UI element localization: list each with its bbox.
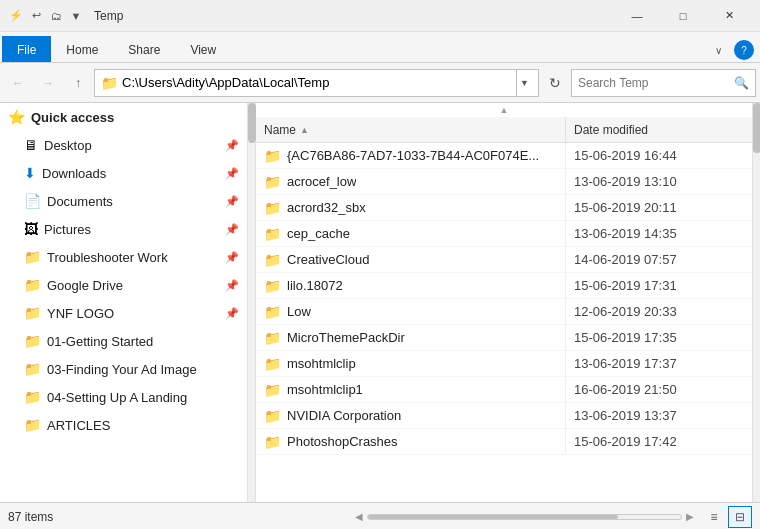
folder-icon: 📁 [264,330,281,346]
folder-icon: 📁 [264,148,281,164]
table-row[interactable]: 📁 NVIDIA Corporation 13-06-2019 13:37 [256,403,752,429]
file-cell-date: 12-06-2019 20:33 [566,304,752,319]
file-list-scrollbar-thumb[interactable] [753,103,760,153]
sort-up-arrow: ▲ [500,105,509,115]
sidebar-quick-access[interactable]: ⭐ Quick access [0,103,247,131]
horizontal-scrollbar-thumb[interactable] [368,515,618,519]
file-cell-date: 13-06-2019 13:37 [566,408,752,423]
folder-icon: 📁 [264,278,281,294]
table-row[interactable]: 📁 Low 12-06-2019 20:33 [256,299,752,325]
sidebar-googledrive-pin: 📌 [225,279,239,292]
scroll-right-icon[interactable]: ▶ [686,511,694,522]
column-date-label: Date modified [574,123,648,137]
sidebar-desktop-pin: 📌 [225,139,239,152]
folder-icon: 📁 [264,382,281,398]
file-cell-date: 13-06-2019 13:10 [566,174,752,189]
file-list-header: Name ▲ Date modified [256,117,752,143]
findingad-icon: 📁 [24,361,41,377]
file-cell-name: 📁 NVIDIA Corporation [256,403,566,428]
sidebar-item-googledrive[interactable]: 📁 Google Drive 📌 [0,271,247,299]
sidebar-pictures-pin: 📌 [225,223,239,236]
file-name: CreativeCloud [287,252,369,267]
search-icon[interactable]: 🔍 [734,76,749,90]
address-folder-icon: 📁 [101,75,118,91]
sidebar-item-articles[interactable]: 📁 ARTICLES [0,411,247,439]
list-view-button[interactable]: ≡ [702,506,726,528]
undo-icon[interactable]: ↩ [28,8,44,24]
sort-up-indicator: ▲ [256,103,752,117]
forward-button[interactable]: → [34,69,62,97]
tab-share[interactable]: Share [113,36,175,62]
table-row[interactable]: 📁 msohtmlclip 13-06-2019 17:37 [256,351,752,377]
tab-view[interactable]: View [175,36,231,62]
sidebar-gettingstarted-label: 01-Getting Started [47,334,239,349]
file-name: Low [287,304,311,319]
sidebar-item-documents[interactable]: 📄 Documents 📌 [0,187,247,215]
sidebar-item-findingad[interactable]: 📁 03-Finding Your Ad Image [0,355,247,383]
sidebar-settinguplanding-label: 04-Setting Up A Landing [47,390,239,405]
dropdown-arrow-icon[interactable]: ▼ [68,8,84,24]
horizontal-scrollbar[interactable] [367,514,682,520]
sidebar-scrollbar-thumb[interactable] [248,103,256,143]
sidebar-item-desktop[interactable]: 🖥 Desktop 📌 [0,131,247,159]
ribbon-tabs: File Home Share View ∨ ? [0,32,760,62]
column-name-label: Name [264,123,296,137]
file-cell-date: 15-06-2019 17:31 [566,278,752,293]
address-path[interactable]: 📁 C:\Users\Adity\AppData\Local\Temp ▼ [94,69,539,97]
maximize-button[interactable]: □ [660,0,706,32]
file-list-scrollbar[interactable] [752,103,760,502]
table-row[interactable]: 📁 msohtmlclip1 16-06-2019 21:50 [256,377,752,403]
pictures-icon: 🖼 [24,221,38,237]
search-box[interactable]: 🔍 [571,69,756,97]
search-input[interactable] [578,76,730,90]
sidebar-troubleshooter-label: Troubleshooter Work [47,250,219,265]
folder-icon: 📁 [264,252,281,268]
file-name: {AC76BA86-7AD7-1033-7B44-AC0F074E... [287,148,539,163]
address-dropdown[interactable]: ▼ [516,69,532,97]
table-row[interactable]: 📁 cep_cache 13-06-2019 14:35 [256,221,752,247]
sidebar-item-gettingstarted[interactable]: 📁 01-Getting Started [0,327,247,355]
column-name[interactable]: Name ▲ [256,117,566,142]
file-name: cep_cache [287,226,350,241]
sidebar-downloads-label: Downloads [42,166,219,181]
sidebar-item-downloads[interactable]: ⬇ Downloads 📌 [0,159,247,187]
back-button[interactable]: ← [4,69,32,97]
close-button[interactable]: ✕ [706,0,752,32]
ribbon-expand-btn[interactable]: ∨ [706,38,730,62]
desktop-icon: 🖥 [24,137,38,153]
folder-icon: 📁 [264,226,281,242]
up-button[interactable]: ↑ [64,69,92,97]
sidebar-item-ynflogo[interactable]: 📁 YNF LOGO 📌 [0,299,247,327]
sidebar-item-troubleshooter[interactable]: 📁 Troubleshooter Work 📌 [0,243,247,271]
tab-file[interactable]: File [2,36,51,62]
folder-icon: 📁 [264,408,281,424]
properties-icon[interactable]: 🗂 [48,8,64,24]
table-row[interactable]: 📁 lilo.18072 15-06-2019 17:31 [256,273,752,299]
detail-view-button[interactable]: ⊟ [728,506,752,528]
sidebar-item-pictures[interactable]: 🖼 Pictures 📌 [0,215,247,243]
tab-home[interactable]: Home [51,36,113,62]
table-row[interactable]: 📁 MicroThemePackDir 15-06-2019 17:35 [256,325,752,351]
title-bar-icons: ⚡ ↩ 🗂 ▼ [8,8,84,24]
table-row[interactable]: 📁 CreativeCloud 14-06-2019 07:57 [256,247,752,273]
sidebar-item-settinguplanding[interactable]: 📁 04-Setting Up A Landing [0,383,247,411]
articles-icon: 📁 [24,417,41,433]
refresh-button[interactable]: ↻ [541,69,569,97]
sidebar-documents-pin: 📌 [225,195,239,208]
table-row[interactable]: 📁 PhotoshopCrashes 15-06-2019 17:42 [256,429,752,455]
scroll-left-icon[interactable]: ◀ [355,511,363,522]
column-date[interactable]: Date modified [566,117,752,142]
file-cell-name: 📁 MicroThemePackDir [256,325,566,350]
help-button[interactable]: ? [734,40,754,60]
file-cell-name: 📁 CreativeCloud [256,247,566,272]
file-list: ▲ Name ▲ Date modified 📁 {AC76BA86-7AD7-… [256,103,752,502]
table-row[interactable]: 📁 acrord32_sbx 15-06-2019 20:11 [256,195,752,221]
sidebar-scrollbar[interactable] [248,103,256,502]
table-row[interactable]: 📁 {AC76BA86-7AD7-1033-7B44-AC0F074E... 1… [256,143,752,169]
quick-access-star-icon: ⭐ [8,109,25,125]
minimize-button[interactable]: — [614,0,660,32]
folder-icon: 📁 [264,304,281,320]
main-content: ⭐ Quick access 🖥 Desktop 📌 ⬇ Downloads 📌… [0,103,760,502]
table-row[interactable]: 📁 acrocef_low 13-06-2019 13:10 [256,169,752,195]
window-title: Temp [90,9,608,23]
